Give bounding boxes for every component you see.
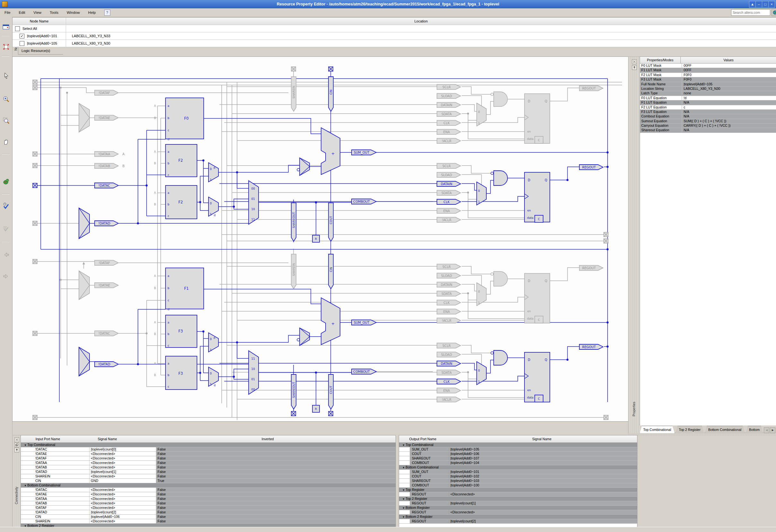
tab-logic-resources[interactable]: Logic Resource(s) <box>18 46 63 54</box>
sum-out-flag-bottom[interactable]: SUM_OUT <box>352 320 376 325</box>
port-flag-datae-bottom[interactable]: !DATAE <box>94 283 119 288</box>
property-row[interactable]: F0 LUT Equation!d <box>640 96 776 101</box>
register-top[interactable]: SCLR SLOAD DATAIN SDATA CLK ENA !ACLR 01… <box>437 84 603 143</box>
input-row[interactable]: !DATAF<Disconnected>False <box>21 506 396 510</box>
port-flag-dataf-bottom[interactable]: !DATAF <box>94 260 119 265</box>
back-button[interactable] <box>2 250 10 259</box>
cout-flag-mid[interactable]: COUT <box>329 203 333 241</box>
search-go-button[interactable] <box>772 9 776 16</box>
bird-tool-button[interactable] <box>2 177 10 186</box>
tab-bottom-combinational[interactable]: Bottom Combinational <box>705 426 745 433</box>
connectivity-pin-icon[interactable] <box>14 448 19 453</box>
input-row[interactable]: !DATAB<Disconnected>False <box>21 501 396 506</box>
shareout-flag-edge[interactable]: SHAREOUT <box>291 374 296 409</box>
output-group-row[interactable]: Top Register <box>399 488 637 492</box>
input-row[interactable]: CINGNDTrue <box>21 479 396 483</box>
fit-view-button[interactable] <box>2 42 10 51</box>
minimize-button[interactable]: – <box>756 1 762 8</box>
property-row[interactable]: F3 LUT MaskF0F0 <box>640 77 776 82</box>
combout-flag-bottom[interactable]: COMBOUT <box>352 369 376 374</box>
adder-bottom[interactable]: + <box>321 298 340 345</box>
check-disabled-button[interactable] <box>2 224 10 232</box>
connector-pins[interactable] <box>33 67 608 420</box>
port-flag-datae-top[interactable]: !DATAE <box>94 115 119 120</box>
output-group-row[interactable]: Bottom 2 Register <box>399 515 637 519</box>
input-group-row[interactable]: Bottom Combinational <box>21 483 396 488</box>
menu-help[interactable]: Help <box>88 11 96 14</box>
property-row[interactable]: Sumout EquationSUM(( D ) + ( C ) + ( !VC… <box>640 119 776 124</box>
zoom-in-tool-button[interactable] <box>2 95 10 103</box>
close-button[interactable]: × <box>768 1 775 8</box>
output-group-row[interactable]: Bottom Register <box>399 506 637 510</box>
output-row[interactable]: COUT|toplevel|Add0~102 <box>399 474 637 479</box>
register-bottom2[interactable]: SCLR SLOAD DATAIN SDATA CLK ENA !ACLR 01… <box>437 343 603 402</box>
carry-mux-top[interactable] <box>297 158 310 176</box>
port-flag-datad-top[interactable]: !DATAD <box>94 221 119 226</box>
property-row[interactable]: F1 LUT Mask00FF <box>640 68 776 72</box>
search-input[interactable] <box>731 9 770 16</box>
input-row[interactable]: !DATAF<Disconnected>False <box>21 456 396 461</box>
node-checkbox[interactable] <box>20 34 24 38</box>
property-row[interactable]: F3 LUT EquationN/A <box>640 110 776 114</box>
lut-output-muxes[interactable]: 0d1 01d 0d1 01d <box>208 163 218 387</box>
output-row[interactable]: SHAREOUT|toplevel|Add0~103 <box>399 479 637 483</box>
sum-out-flag-top[interactable]: SUM_OUT <box>352 150 376 155</box>
property-row[interactable]: F1 LUT EquationN/A <box>640 101 776 105</box>
output-row[interactable]: REGOUT|toplevel|count[1] <box>399 501 637 506</box>
sharein-flag-bottom[interactable]: SHAREIN <box>291 254 296 289</box>
input-group-row[interactable]: Top Combinational <box>21 443 396 447</box>
output-row[interactable]: REGOUT<Disconnected> <box>399 492 637 497</box>
property-row[interactable]: Carryout EquationCARRY(( D ) + ( C ) + (… <box>640 124 776 128</box>
select-all-row[interactable]: Select All <box>12 25 776 32</box>
forward-button[interactable] <box>2 272 10 281</box>
input-row[interactable]: !DATAD|toplevel|count[1]False <box>21 470 396 474</box>
r-box-bottom[interactable]: R <box>313 405 320 412</box>
output-row[interactable]: COMBOUT|toplevel|Add0~100 <box>399 483 637 488</box>
properties-pin-icon[interactable] <box>632 65 637 70</box>
connectivity-close-icon[interactable] <box>14 437 19 442</box>
node-row[interactable]: |toplevel|Add0~105 LABCELL_X80_Y3_N30 <box>12 40 776 47</box>
combout-flag-top[interactable]: COMBOUT <box>352 199 376 204</box>
port-flag-datac-bottom[interactable]: !DATAC <box>94 331 119 336</box>
cin-flag-top[interactable]: CIN <box>329 77 333 111</box>
cin-flag-bottom[interactable]: CIN <box>329 254 333 289</box>
input-row[interactable]: !DATAA<Disconnected>False <box>21 497 396 501</box>
tab-top-2-register[interactable]: Top 2 Register <box>675 426 704 433</box>
output-row[interactable]: REGOUT|toplevel|count[2] <box>399 519 637 524</box>
input-row[interactable]: !DATAD|toplevel|count[2]False <box>21 510 396 515</box>
menu-tools[interactable]: Tools <box>50 11 58 14</box>
select-all-checkbox[interactable] <box>15 26 20 31</box>
tab-top-combinational[interactable]: Top Combinational <box>640 426 674 433</box>
output-row[interactable]: COUT|toplevel|Add0~106 <box>399 452 637 456</box>
input-row[interactable]: SHAREIN<Disconnected>False <box>21 519 396 524</box>
node-row[interactable]: |toplevel|Add0~101 LABCELL_X80_Y3_N33 <box>12 32 776 40</box>
property-row[interactable]: Latch Typenone <box>640 91 776 96</box>
connectivity-float-icon[interactable] <box>14 442 19 447</box>
property-row[interactable]: Full Node Name|toplevel|Add0~105 <box>640 82 776 86</box>
shareout-flag-mid[interactable]: SHAREOUT <box>291 203 296 241</box>
adder-top[interactable]: + <box>321 128 340 175</box>
input-row[interactable]: !DATAC|toplevel|count[0]False <box>21 447 396 452</box>
zoom-selection-tool-button[interactable] <box>2 116 10 125</box>
input-row[interactable]: !DATAE<Disconnected>False <box>21 492 396 497</box>
menu-view[interactable]: View <box>33 11 41 14</box>
combout-mux-bottom[interactable]: 11100100 <box>249 351 258 394</box>
r-box-top[interactable]: R <box>313 235 320 242</box>
cout-flag-edge[interactable]: COUT <box>329 374 333 409</box>
maximize-button[interactable]: □ <box>762 1 769 8</box>
node-finder-button[interactable] <box>2 22 10 31</box>
lut-f3-lower[interactable]: F3abcAB <box>154 356 197 389</box>
output-group-row[interactable]: Top Combinational <box>399 443 637 447</box>
lut-f3-upper[interactable]: F3abcAB <box>154 315 197 348</box>
shade-button[interactable]: ▲ <box>749 1 756 8</box>
output-row[interactable]: SUM_OUT|toplevel|Add0~101 <box>399 470 637 474</box>
property-row[interactable]: F2 LUT Equationc <box>640 105 776 110</box>
port-flag-datac-top[interactable]: !DATAC <box>94 183 119 188</box>
output-row[interactable]: SUM_OUT|toplevel|Add0~105 <box>399 447 637 452</box>
pan-tool-button[interactable] <box>2 137 10 146</box>
selection-tool-button[interactable] <box>2 71 10 80</box>
input-muxes[interactable] <box>79 103 89 376</box>
input-row[interactable]: SHAREIN<Disconnected>False <box>21 474 396 479</box>
register-bottom[interactable]: SCLR SLOAD DATAIN SDATA CLK ENA !ACLR 01… <box>437 264 603 323</box>
menu-file[interactable]: File <box>4 11 11 14</box>
